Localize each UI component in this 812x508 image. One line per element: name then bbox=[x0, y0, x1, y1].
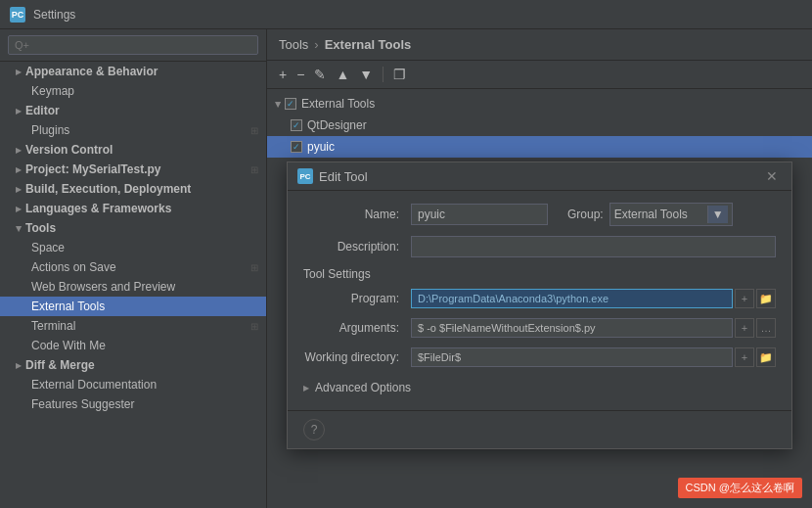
dialog-title-area: PC Edit Tool bbox=[297, 168, 368, 184]
sidebar-item-features-suggester[interactable]: Features Suggester bbox=[0, 394, 266, 414]
sidebar-item-label: Build, Execution, Deployment bbox=[25, 182, 191, 196]
arrow-icon: ▶ bbox=[16, 146, 22, 155]
sidebar-item-label: Code With Me bbox=[31, 339, 106, 352]
advanced-options-label: Advanced Options bbox=[315, 381, 411, 394]
breadcrumb-current: External Tools bbox=[325, 37, 412, 52]
edit-button[interactable]: ✎ bbox=[310, 65, 330, 84]
sidebar-item-actions-on-save[interactable]: Actions on Save ⊞ bbox=[0, 257, 266, 277]
dialog-overlay: PC Edit Tool ✕ Name: Group: Extern bbox=[267, 162, 812, 508]
dialog-body: Name: Group: External Tools ▼ Descripti bbox=[288, 191, 791, 410]
group-select-arrow: ▼ bbox=[707, 206, 728, 223]
arguments-input[interactable] bbox=[411, 318, 733, 338]
dialog-close-button[interactable]: ✕ bbox=[762, 168, 782, 184]
working-directory-row: Working directory: + 📁 bbox=[303, 347, 776, 367]
sidebar-item-terminal[interactable]: Terminal ⊞ bbox=[0, 316, 266, 336]
group-label: Group: bbox=[567, 208, 604, 221]
group-select[interactable]: External Tools ▼ bbox=[609, 203, 733, 226]
tree-list: ▶ External Tools QtDesigner pyuic bbox=[267, 89, 812, 162]
working-directory-input[interactable] bbox=[411, 347, 733, 367]
advanced-options-toggle[interactable]: ▶ Advanced Options bbox=[303, 377, 776, 398]
sidebar-item-label: Languages & Frameworks bbox=[25, 202, 171, 215]
sidebar-item-label: Web Browsers and Preview bbox=[31, 280, 175, 294]
program-add-button[interactable]: + bbox=[735, 289, 754, 308]
program-label: Program: bbox=[303, 292, 411, 305]
move-down-button[interactable]: ▼ bbox=[355, 65, 377, 84]
search-input[interactable] bbox=[8, 35, 258, 55]
workdir-folder-button[interactable]: 📁 bbox=[756, 347, 776, 367]
working-directory-label: Working directory: bbox=[303, 350, 411, 364]
sidebar-item-code-with-me[interactable]: Code With Me bbox=[0, 336, 266, 355]
tree-item-label: pyuic bbox=[307, 140, 335, 154]
breadcrumb-parent: Tools bbox=[279, 37, 308, 52]
toolbar: + − ✎ ▲ ▼ ❐ bbox=[267, 61, 812, 89]
tree-item-checkbox[interactable] bbox=[291, 141, 302, 153]
tree-arrow-icon: ▶ bbox=[274, 101, 283, 107]
arrow-icon: ▶ bbox=[16, 68, 22, 76]
add-button[interactable]: + bbox=[275, 65, 291, 84]
window-title: Settings bbox=[33, 8, 75, 22]
tree-item-qtdesigner[interactable]: QtDesigner bbox=[267, 115, 812, 136]
arguments-add-button[interactable]: + bbox=[735, 318, 754, 338]
title-bar: PC Settings bbox=[0, 0, 812, 29]
sidebar-item-web-browsers[interactable]: Web Browsers and Preview bbox=[0, 277, 266, 297]
description-label: Description: bbox=[303, 240, 411, 254]
help-button[interactable]: ? bbox=[303, 419, 325, 440]
description-row: Description: bbox=[303, 236, 776, 257]
right-panel: Tools › External Tools + − ✎ ▲ ▼ ❐ ▶ Ext… bbox=[267, 29, 812, 508]
name-input[interactable] bbox=[411, 204, 548, 225]
group-row: Group: External Tools ▼ bbox=[567, 203, 733, 226]
arguments-row: Arguments: + … bbox=[303, 318, 776, 338]
sidebar-item-languages[interactable]: ▶ Languages & Frameworks bbox=[0, 199, 266, 218]
sidebar: ▶ Appearance & Behavior Keymap ▶ Editor … bbox=[0, 29, 267, 508]
tree-item-label: External Tools bbox=[301, 97, 375, 111]
workdir-add-button[interactable]: + bbox=[735, 347, 754, 367]
remove-button[interactable]: − bbox=[293, 65, 308, 84]
sidebar-item-label: Features Suggester bbox=[31, 397, 134, 411]
app-icon: PC bbox=[10, 7, 25, 23]
sidebar-item-build[interactable]: ▶ Build, Execution, Deployment bbox=[0, 179, 266, 199]
sidebar-item-editor[interactable]: ▶ Editor bbox=[0, 101, 266, 120]
toolbar-separator bbox=[383, 67, 383, 82]
tree-item-checkbox[interactable] bbox=[291, 119, 302, 131]
group-select-value: External Tools bbox=[614, 208, 688, 221]
dialog-title: Edit Tool bbox=[319, 169, 368, 184]
program-folder-button[interactable]: 📁 bbox=[756, 289, 776, 308]
sidebar-item-label: Keymap bbox=[31, 84, 74, 98]
arrow-icon: ▶ bbox=[16, 165, 22, 174]
sidebar-item-label: Project: MySerialTest.py bbox=[25, 162, 161, 176]
tree-item-checkbox[interactable] bbox=[285, 98, 296, 110]
sidebar-item-label: Plugins bbox=[31, 123, 69, 137]
arrow-down-icon: ▶ bbox=[15, 225, 23, 231]
description-input[interactable] bbox=[411, 236, 776, 257]
sidebar-item-appearance[interactable]: ▶ Appearance & Behavior bbox=[0, 62, 266, 81]
sidebar-item-label: Editor bbox=[25, 104, 60, 117]
dialog-icon: PC bbox=[297, 168, 313, 184]
plugin-icon: ⊞ bbox=[250, 125, 258, 136]
program-input[interactable] bbox=[411, 289, 733, 308]
sidebar-item-tools[interactable]: ▶ Tools bbox=[0, 218, 266, 238]
arguments-var-button[interactable]: … bbox=[756, 318, 776, 338]
sidebar-item-external-tools[interactable]: External Tools bbox=[0, 297, 266, 316]
sidebar-item-keymap[interactable]: Keymap bbox=[0, 81, 266, 101]
tree-item-external-tools-group[interactable]: ▶ External Tools bbox=[267, 93, 812, 115]
sidebar-item-label: External Documentation bbox=[31, 378, 157, 392]
sidebar-item-diff-merge[interactable]: ▶ Diff & Merge bbox=[0, 355, 266, 375]
arrow-icon: ▶ bbox=[16, 185, 22, 194]
tree-item-pyuic[interactable]: pyuic bbox=[267, 136, 812, 158]
tree-item-label: QtDesigner bbox=[307, 118, 367, 132]
move-up-button[interactable]: ▲ bbox=[332, 65, 353, 84]
sidebar-item-project[interactable]: ▶ Project: MySerialTest.py ⊞ bbox=[0, 160, 266, 179]
program-row: Program: + 📁 bbox=[303, 289, 776, 308]
tool-settings: Tool Settings Program: + 📁 bbox=[303, 267, 776, 367]
arguments-input-group: + … bbox=[411, 318, 776, 338]
breadcrumb: Tools › External Tools bbox=[267, 29, 812, 61]
dialog-footer: ? bbox=[288, 410, 791, 448]
terminal-icon: ⊞ bbox=[250, 321, 258, 332]
copy-button[interactable]: ❐ bbox=[389, 65, 410, 84]
sidebar-item-external-documentation[interactable]: External Documentation bbox=[0, 375, 266, 394]
advanced-arrow-icon: ▶ bbox=[303, 384, 309, 393]
project-icon: ⊞ bbox=[250, 164, 258, 175]
sidebar-item-plugins[interactable]: Plugins ⊞ bbox=[0, 120, 266, 140]
sidebar-item-space[interactable]: Space bbox=[0, 238, 266, 257]
sidebar-item-version-control[interactable]: ▶ Version Control bbox=[0, 140, 266, 160]
